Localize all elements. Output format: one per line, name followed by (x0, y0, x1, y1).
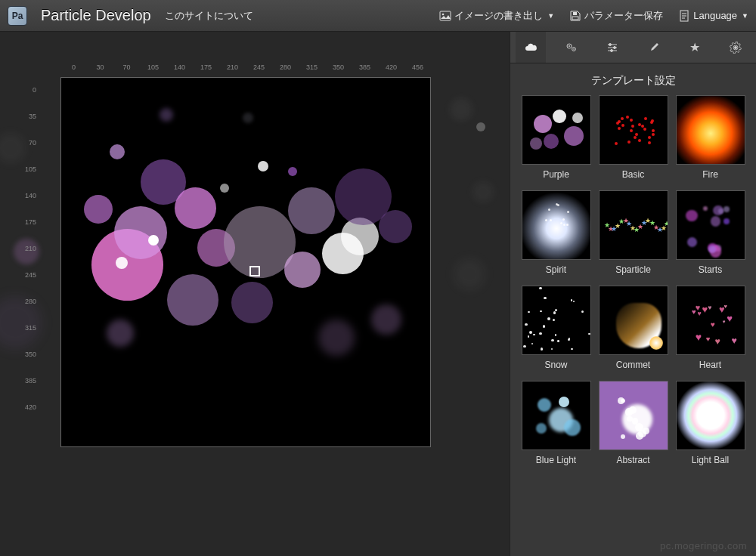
ruler-tick: 210 (219, 63, 246, 71)
template-label: Purple (522, 169, 591, 180)
ruler-tick: 456 (404, 63, 431, 71)
template-fire[interactable]: Fire (676, 95, 745, 180)
caret-down-icon: ▼ (547, 12, 554, 20)
svg-point-12 (734, 46, 737, 49)
template-label: Snow (522, 360, 591, 370)
tab-template[interactable] (516, 32, 546, 63)
template-spirit[interactable]: Spirit (522, 190, 591, 275)
language-button[interactable]: Language ▼ (678, 10, 748, 22)
particle (258, 161, 268, 171)
star-icon: ★ (689, 40, 700, 54)
template-purple[interactable]: Purple (522, 95, 591, 180)
particle (175, 187, 216, 229)
ruler-vertical: 03570105140175210245280315350385420 (15, 77, 36, 421)
template-starts[interactable]: Starts (676, 190, 745, 275)
ambient-particle (476, 122, 485, 131)
about-link[interactable]: このサイトについて (165, 9, 253, 23)
save-label: パラメーター保存 (584, 9, 663, 23)
ruler-tick: 280 (272, 63, 299, 71)
template-snow[interactable]: Snow (522, 286, 591, 370)
ruler-tick: 420 (378, 63, 404, 71)
ruler-tick: 0 (60, 63, 87, 71)
cloud-icon (525, 42, 537, 54)
svg-point-11 (611, 49, 613, 51)
template-thumb (599, 286, 668, 355)
particle (243, 113, 253, 123)
particle (288, 187, 335, 234)
save-button[interactable]: パラメーター保存 (569, 9, 663, 23)
particle-canvas[interactable] (60, 77, 431, 447)
ruler-tick: 70 (113, 63, 140, 71)
tab-shape[interactable]: ★ (680, 32, 710, 63)
template-thumb (522, 286, 591, 355)
ambient-particle (472, 181, 494, 202)
svg-rect-3 (572, 17, 578, 20)
sliders-icon (606, 42, 618, 54)
template-label: Commet (599, 360, 668, 370)
template-thumb (676, 381, 745, 450)
ruler-tick: 385 (352, 63, 378, 71)
ruler-tick: 140 (15, 183, 36, 209)
ruler-tick: 315 (15, 315, 36, 341)
particle (107, 320, 134, 347)
template-label: Abstract (599, 455, 668, 465)
template-commet[interactable]: Commet (599, 286, 668, 370)
template-basic[interactable]: Basic (599, 95, 668, 180)
canvas-area: 03070105140175210245280315350385420456 0… (0, 32, 510, 556)
ruler-tick: 0 (15, 77, 36, 103)
ruler-tick: 105 (15, 156, 36, 183)
tab-stage[interactable] (720, 32, 751, 63)
tab-color[interactable] (639, 32, 669, 63)
ruler-tick: 175 (193, 63, 219, 71)
svg-point-7 (569, 45, 570, 47)
particle (114, 206, 167, 259)
tab-emitter[interactable] (556, 32, 587, 63)
ruler-tick: 350 (15, 341, 36, 368)
template-sparticle[interactable]: ★★★★★★★★★★★★★★★★★★Sparticle (599, 190, 668, 275)
template-label: Spirit (522, 264, 591, 275)
emitter-handle[interactable] (249, 266, 260, 276)
svg-point-10 (614, 46, 616, 48)
particle (318, 320, 355, 356)
caret-down-icon: ▼ (742, 12, 748, 20)
particle (220, 184, 229, 193)
template-blue-light[interactable]: Blue Light (522, 381, 591, 465)
particle (160, 108, 173, 122)
cogs-icon (565, 42, 578, 54)
language-label: Language (693, 10, 737, 21)
particle (284, 252, 321, 288)
ruler-tick: 385 (15, 368, 36, 394)
ruler-tick: 140 (166, 63, 193, 71)
svg-point-9 (609, 43, 612, 45)
template-thumb: ★★★★★★★★★★★★★★★★★★ (599, 190, 668, 260)
gear-icon (730, 42, 742, 54)
ruler-tick: 245 (15, 262, 36, 289)
watermark: pc.mogeringo.com (660, 540, 747, 551)
ruler-tick: 30 (87, 63, 113, 71)
brush-icon (648, 42, 660, 54)
template-light-ball[interactable]: Light Ball (676, 381, 745, 465)
template-heart[interactable]: ♥♥♥♥♥♥♥♥♥♥♥♥♥♥Heart (676, 286, 745, 370)
export-image-button[interactable]: イメージの書き出し ▼ (439, 9, 554, 23)
app-logo-icon: Pa (8, 6, 27, 26)
particle (84, 195, 113, 224)
template-thumb (522, 381, 591, 450)
ruler-tick: 210 (15, 236, 36, 262)
top-bar: Pa Particle Develop このサイトについて イメージの書き出し … (0, 0, 756, 32)
ambient-particle (450, 98, 472, 121)
particle (148, 235, 159, 246)
template-abstract[interactable]: Abstract (599, 381, 668, 465)
particle (231, 282, 273, 323)
template-grid: PurpleBasicFireSpirit★★★★★★★★★★★★★★★★★★S… (510, 95, 756, 465)
svg-rect-0 (440, 11, 451, 20)
template-label: Sparticle (599, 264, 668, 275)
svg-point-1 (442, 13, 445, 15)
save-icon (569, 10, 581, 22)
template-thumb (599, 381, 668, 450)
ruler-tick: 315 (299, 63, 325, 71)
particle (371, 304, 401, 335)
app-title: Particle Develop (41, 7, 151, 24)
side-panel: ★ テンプレート設定 PurpleBasicFireSpirit★★★★★★★★… (510, 32, 756, 556)
ruler-tick: 105 (140, 63, 166, 71)
tab-particle[interactable] (597, 32, 627, 63)
